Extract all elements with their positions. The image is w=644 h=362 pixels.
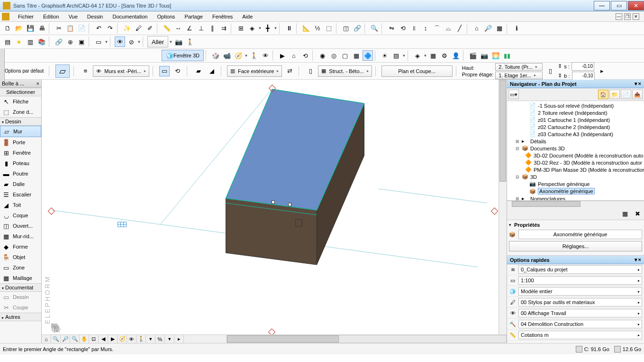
3d-styles-icon[interactable]: ▦ [428, 50, 438, 61]
dimension-icon[interactable]: ↔ [173, 23, 183, 34]
hotlink-icon[interactable]: 🔗 [54, 37, 64, 47]
tree-item[interactable]: 📄2 Toiture relevé (Indépendant) [507, 109, 644, 116]
tool-marquee[interactable]: ⬚Zone d... [0, 107, 41, 117]
help-icon[interactable]: ℹ [511, 23, 522, 34]
star-icon[interactable]: ★ [14, 37, 24, 47]
rotate-icon[interactable]: ⟲ [398, 23, 408, 34]
tree-item[interactable]: 🔶PM-3D Plan Masse 3D (Modèle à reconstru… [507, 166, 644, 173]
defaults-label[interactable]: Options par défaut [5, 68, 44, 74]
layer-combo-icon[interactable]: ▤ [2, 37, 13, 47]
render-icon[interactable]: 🎬 [468, 50, 478, 61]
tree-item[interactable]: 🔶3D-02 Rez - 3D (Modèle à reconstruction… [507, 159, 644, 166]
qv-scale-icon[interactable]: % [155, 335, 165, 343]
tool-wall[interactable]: ▱Mur [0, 126, 41, 137]
fly-through-icon[interactable]: ▮▮ [502, 50, 512, 61]
nav-publish-tab[interactable]: 📤 [632, 90, 643, 99]
look-icon[interactable]: 👁 [260, 50, 271, 61]
tree-item[interactable]: 🔶3D-02 Document (Modèle à reconstruction… [507, 152, 644, 159]
tree-item[interactable]: 📷Perspective générique [507, 180, 644, 187]
module-icon[interactable]: ▣ [76, 37, 87, 47]
tool-shell[interactable]: ◡Coque [0, 210, 41, 221]
suspend-icon[interactable]: ⏸ [284, 23, 294, 34]
eyedropper-icon[interactable]: ✐ [145, 23, 155, 34]
bottom-offset-input[interactable] [572, 72, 595, 80]
qv-more1-icon[interactable]: ▾ [146, 335, 155, 343]
wall-preview-icon[interactable]: ▱ [55, 65, 70, 78]
section-others[interactable]: ▸Autres [0, 313, 41, 321]
tree-item[interactable]: 📄z02 Cartouche 2 (Indépendant) [507, 123, 644, 130]
menu-file[interactable]: Fichier [13, 13, 38, 20]
quick-options-header[interactable]: Options rapides ▾× [507, 256, 644, 264]
menu-documentation[interactable]: Documentation [108, 13, 152, 20]
save-file-icon[interactable]: 💾 [25, 23, 36, 34]
tool-section[interactable]: ✂Coupe [0, 302, 41, 313]
explore-icon[interactable]: 🚶 [249, 50, 259, 61]
story-link-icon[interactable]: ▯ [545, 66, 555, 76]
section-document[interactable]: ▾Documentat [0, 283, 41, 292]
palette-icon[interactable]: ▥ [25, 37, 36, 47]
pen-icon[interactable]: 🖊 [133, 23, 144, 34]
prev-view-icon[interactable]: ⟲ [300, 50, 310, 61]
window-3d-button[interactable]: 🧊 Fenêtre 3D [162, 50, 204, 61]
mdi-restore-button[interactable]: ❐ [624, 13, 631, 20]
menu-draw[interactable]: Dessin [82, 13, 108, 20]
menu-view[interactable]: Vue [64, 13, 82, 20]
tool-stair[interactable]: ☰Escalier [0, 189, 41, 200]
magic-wand-icon[interactable]: ✨ [122, 23, 132, 34]
menu-options[interactable]: Options [152, 13, 180, 20]
walk-icon[interactable]: 🚶 [185, 37, 195, 47]
qv-walk-icon[interactable]: 🚶 [136, 335, 146, 343]
ruler-icon[interactable]: 📐 [301, 23, 311, 34]
favorites-icon[interactable]: ⌂ [472, 23, 482, 34]
qv-prev-icon[interactable]: ◀ [99, 335, 108, 343]
undo-icon[interactable]: ↶ [93, 23, 104, 34]
tree-hscroll[interactable] [507, 201, 644, 207]
tree-item[interactable]: 📄-1 Sous-sol relevé (Indépendant) [507, 102, 644, 109]
tool-arrow[interactable]: ↖Flèche [0, 96, 41, 107]
quick-close-icon[interactable]: × [638, 257, 641, 263]
nav-view-tab[interactable]: 📁 [609, 90, 620, 99]
tool-beam[interactable]: ▬Poutre [0, 168, 41, 179]
shadow-icon[interactable]: ▨ [391, 50, 401, 61]
more-options-icon[interactable]: ▸ [597, 66, 608, 76]
settings-button[interactable]: Réglages... [509, 241, 642, 251]
qv-more3-icon[interactable]: ▸ [174, 335, 184, 343]
navigator-header[interactable]: Navigateur - Plan du Projet ▾× [507, 80, 644, 88]
reference-line-combo[interactable]: ▥Face extérieure▸ [227, 65, 282, 77]
sun-icon[interactable]: ☀ [380, 50, 390, 61]
quick-option-row[interactable]: 🖊00 Stylos par outils et materiaux▸ [507, 297, 644, 308]
tool-window[interactable]: ⊞Fenêtre [0, 148, 41, 158]
perpendicular-icon[interactable]: ⊥ [196, 23, 206, 34]
half-icon[interactable]: ½ [312, 23, 323, 34]
top-link-combo[interactable]: 2. Toiture (Pr...▸ [495, 63, 543, 71]
structure-combo[interactable]: ▦Struct. - Béto...▸ [318, 65, 372, 77]
wall-type-1-icon[interactable]: ▰ [193, 66, 204, 76]
zoom-extents-icon[interactable]: 🔍 [369, 23, 380, 34]
tree-item[interactable]: 📄z03 Cartouche A3 (Indépendant) [507, 130, 644, 138]
offset-icon[interactable]: ⇉ [218, 23, 229, 34]
tree-item[interactable]: ⊞▸Détails [507, 138, 644, 145]
qv-home-icon[interactable]: ⌂ [42, 335, 51, 343]
sun-study-icon[interactable]: 🌅 [490, 50, 501, 61]
find-icon[interactable]: 🔎 [483, 23, 493, 34]
tree-item[interactable]: 📦Axonométrie générique [507, 187, 644, 195]
go-home-icon[interactable]: ▶ [277, 50, 288, 61]
mirror-icon[interactable]: ⇋ [386, 23, 397, 34]
qv-zoomout-icon[interactable]: 🔍 [70, 335, 80, 343]
library-icon[interactable]: 📚 [36, 37, 47, 47]
filter-3d-icon[interactable]: ▦ [351, 50, 362, 61]
qv-zoomin-icon[interactable]: 🔎 [61, 335, 70, 343]
geom-method-1-icon[interactable]: ▭ [159, 66, 170, 76]
show-sel-icon[interactable]: ◎ [328, 50, 339, 61]
qv-fit-icon[interactable]: ⊡ [89, 335, 99, 343]
tree-new-icon[interactable]: ▦ [620, 208, 630, 219]
cutaway-icon[interactable]: 🔷 [363, 50, 373, 61]
tree-item[interactable]: ⊟📦3D [507, 173, 644, 180]
tool-opening[interactable]: ◫Ouvert... [0, 221, 41, 231]
menu-share[interactable]: Partage [180, 13, 208, 20]
line-icon[interactable]: ╱ [454, 23, 465, 34]
camera-icon[interactable]: 📷 [173, 37, 184, 47]
mdi-minimize-button[interactable]: — [616, 13, 622, 20]
geom-method-2-icon[interactable]: ⟲ [172, 66, 183, 76]
cut-icon[interactable]: ✂ [54, 23, 64, 34]
